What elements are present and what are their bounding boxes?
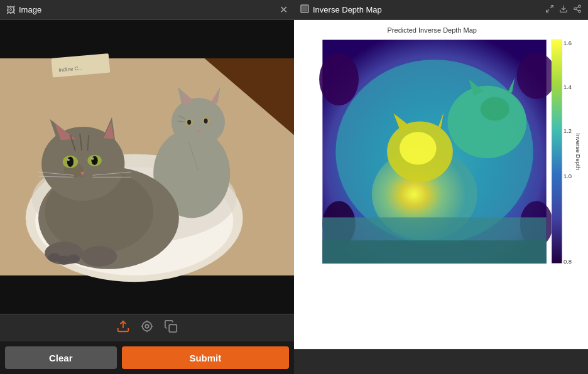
copy-icon[interactable] [164,319,178,336]
depth-tab-label: Inverse Depth Map [313,5,545,14]
svg-line-59 [547,9,549,12]
svg-point-50 [145,324,149,328]
svg-point-67 [319,53,359,105]
image-tab: 🖼 Image ✕ [0,0,294,20]
svg-line-64 [576,9,579,11]
upload-icon[interactable] [116,319,130,336]
share-button[interactable] [573,4,582,15]
svg-point-61 [579,5,581,7]
svg-point-30 [67,157,74,167]
tab-actions [545,4,582,15]
svg-point-62 [574,8,577,10]
webcam-icon[interactable] [140,319,154,336]
submit-button[interactable]: Submit [122,346,289,369]
svg-text:1.2: 1.2 [564,127,572,134]
image-toolbar [0,314,294,341]
download-button[interactable] [559,4,568,15]
image-tab-icon: 🖼 [6,5,15,15]
depth-map-tab-icon [300,4,309,15]
svg-rect-55 [169,324,177,332]
depth-map-inner: Predicted Inverse Depth Map [294,20,588,349]
left-panel: 🖼 Image ✕ Incline C... [0,0,294,374]
image-display-area: Incline C... [0,20,294,314]
svg-point-68 [517,53,557,99]
depth-map-container: Predicted Inverse Depth Map [294,20,588,349]
svg-line-65 [576,7,579,8]
svg-point-14 [187,120,191,125]
svg-text:1.6: 1.6 [564,40,572,46]
svg-rect-57 [302,6,307,11]
depth-map-title: Predicted Inverse Depth Map [388,26,477,34]
svg-text:0.8: 0.8 [564,258,572,265]
svg-text:1.0: 1.0 [564,173,572,179]
svg-text:1.4: 1.4 [564,83,572,90]
svg-point-16 [204,119,208,124]
depth-map-bottom-bar [294,349,588,374]
action-buttons-row: Clear Submit [0,341,294,374]
svg-point-8 [172,98,225,146]
clear-button[interactable]: Clear [5,346,117,369]
svg-rect-83 [552,40,562,263]
svg-point-44 [81,246,117,267]
right-panel: Inverse Depth Map [294,0,588,374]
cat-image-svg: Incline C... [0,20,294,314]
svg-point-78 [400,132,437,164]
image-tab-label: Image [19,5,41,14]
svg-point-72 [447,86,526,158]
expand-button[interactable] [545,4,554,15]
depth-map-visualization: 1.6 1.4 1.2 1.0 0.8 Inverse Depth [294,20,588,349]
svg-rect-82 [322,240,546,264]
svg-point-63 [579,10,581,13]
svg-line-58 [550,6,553,8]
svg-point-47 [67,254,80,263]
svg-point-34 [91,158,94,160]
svg-point-49 [143,322,152,331]
svg-text:Inverse Depth: Inverse Depth [575,133,582,170]
close-button[interactable]: ✕ [280,5,288,15]
svg-point-73 [481,97,509,121]
depth-tab-bar: Inverse Depth Map [294,0,588,20]
svg-point-31 [67,159,70,161]
